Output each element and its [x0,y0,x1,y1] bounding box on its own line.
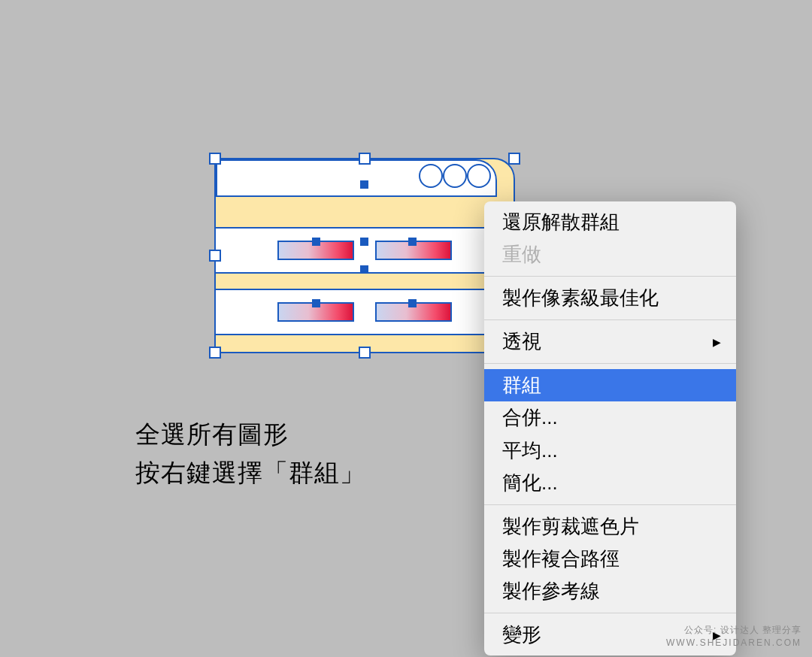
instruction-line2: 按右鍵選擇「群組」 [135,453,365,492]
menu-divider [484,276,736,277]
menu-average[interactable]: 平均... [484,434,736,467]
anchor-point[interactable] [408,238,417,246]
menu-divider [484,363,736,364]
anchor-point[interactable] [360,265,368,274]
menu-group[interactable]: 群組 [484,369,736,401]
anchor-point[interactable] [408,299,417,307]
menu-divider [484,319,736,320]
watermark-url: WWW.SHEJIDAREN.COM [666,637,801,649]
context-menu[interactable]: 還原解散群組 重做 製作像素級最佳化 透視 群組 合併... 平均... 簡化.… [484,201,736,655]
menu-redo: 重做 [484,238,736,271]
menu-compound-path[interactable]: 製作複合路徑 [484,543,736,575]
art-band [216,289,514,335]
watermark-line1: 公众号: 设计达人 整理分享 [666,624,801,637]
circle-icon [443,164,467,188]
circle-icon [419,164,443,188]
selection-handle[interactable] [209,153,221,165]
anchor-point[interactable] [312,238,320,246]
selection-handle[interactable] [359,347,371,359]
menu-merge[interactable]: 合併... [484,401,736,434]
anchor-point[interactable] [360,180,368,189]
selected-artwork[interactable] [214,158,515,353]
menu-undo-ungroup[interactable]: 還原解散群組 [484,206,736,238]
selection-handle[interactable] [209,250,221,262]
menu-pixel-perfect[interactable]: 製作像素級最佳化 [484,282,736,314]
menu-clipping-mask[interactable]: 製作剪裁遮色片 [484,510,736,543]
menu-perspective[interactable]: 透視 [484,325,736,358]
menu-simplify[interactable]: 簡化... [484,467,736,499]
selection-handle[interactable] [508,153,520,165]
instruction-line1: 全選所有圖形 [135,415,365,453]
anchor-point[interactable] [360,238,368,246]
selection-handle[interactable] [359,153,371,165]
selection-handle[interactable] [209,347,221,359]
menu-guides[interactable]: 製作參考線 [484,575,736,607]
circle-icon [467,164,491,188]
menu-divider [484,504,736,505]
watermark: 公众号: 设计达人 整理分享 WWW.SHEJIDAREN.COM [666,624,801,649]
menu-divider [484,613,736,613]
instruction-text: 全選所有圖形 按右鍵選擇「群組」 [135,415,365,492]
anchor-point[interactable] [312,299,320,307]
